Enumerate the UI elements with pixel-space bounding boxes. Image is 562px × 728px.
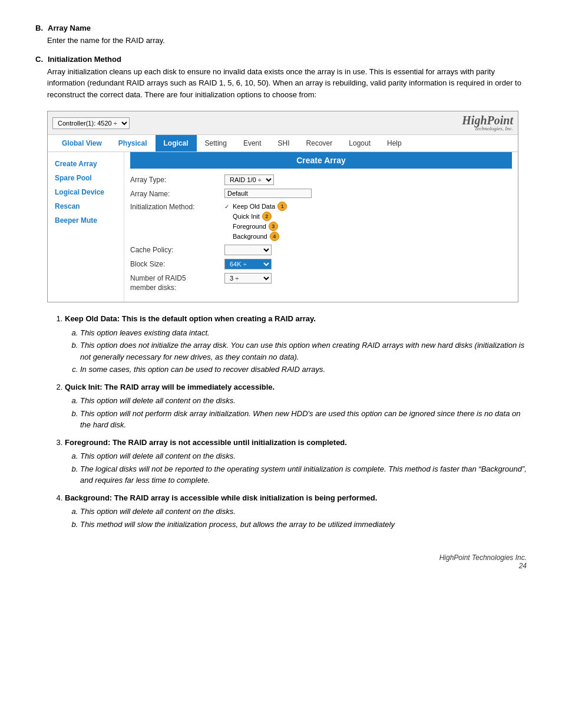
sidebar-create-array[interactable]: Create Array	[48, 157, 124, 171]
init-circle-2: 2	[262, 212, 272, 221]
nav-event[interactable]: Event	[235, 135, 270, 151]
ui-navbar: Global View Physical Logical Setting Eve…	[48, 135, 518, 152]
keep-old-label: Keep Old Data	[233, 203, 275, 210]
section-c-title: Initialization Method	[48, 55, 121, 64]
init-circle-4: 4	[270, 232, 279, 241]
section-b: B. Array Name Enter the name for the RAI…	[35, 24, 527, 47]
foreground-label: Foreground	[233, 223, 266, 230]
init-options-list: ✓ Keep Old Data 1 Quick Init 2	[224, 202, 287, 241]
form-row-num-disks: Number of RAID5member disks: 3 ÷	[130, 273, 512, 292]
ui-screenshot-box: Controller(1): 4520 ÷ HighPoint Technolo…	[47, 111, 518, 302]
list-item-4-alpha: This option will delete all content on t…	[80, 506, 527, 530]
cache-policy-label: Cache Policy:	[130, 245, 224, 254]
quick-init-check	[224, 213, 230, 220]
logo-main: HighPoint	[462, 114, 513, 126]
array-name-input[interactable]	[224, 189, 312, 198]
nav-global-view[interactable]: Global View	[54, 135, 110, 151]
num-disks-select[interactable]: 3 ÷	[224, 273, 272, 284]
list-item-3b: The logical disks will not be reported t…	[80, 463, 527, 486]
cache-policy-select[interactable]	[224, 245, 272, 255]
block-size-select[interactable]: 64K ÷	[224, 259, 272, 269]
sidebar-spare-pool[interactable]: Spare Pool	[48, 171, 124, 185]
section-b-title: Array Name	[48, 24, 91, 32]
list-item-3: Foreground: The RAID array is not access…	[65, 437, 527, 486]
nav-help[interactable]: Help	[379, 135, 410, 151]
page-footer: HighPoint Technologies Inc. 24	[35, 554, 527, 570]
list-item-4: Background: The RAID array is accessible…	[65, 492, 527, 531]
page-number: 24	[35, 562, 527, 570]
array-type-value: RAID 1/0 ÷	[224, 174, 274, 185]
block-size-label: Block Size:	[130, 259, 224, 268]
keep-old-check: ✓	[224, 203, 230, 210]
block-size-value: 64K ÷	[224, 259, 272, 269]
section-b-body: Enter the name for the RAID array.	[47, 35, 527, 47]
background-check	[224, 233, 230, 240]
list-item-2: Quick Init: The RAID array will be immed…	[65, 381, 527, 431]
ui-main-panel: Create Array Array Type: RAID 1/0 ÷ Arra…	[124, 152, 518, 302]
list-item-1b: This option does not initialize the arra…	[80, 340, 527, 363]
nav-shi[interactable]: SHI	[270, 135, 298, 151]
array-type-label: Array Type:	[130, 174, 224, 184]
list-item-3-title: Foreground: The RAID array is not access…	[65, 438, 347, 447]
logo-sub: Technologies, Inc.	[462, 126, 513, 131]
highpoint-logo: HighPoint Technologies, Inc.	[462, 114, 513, 131]
foreground-check	[224, 223, 230, 230]
array-name-label: Array Name:	[130, 189, 224, 198]
array-type-select[interactable]: RAID 1/0 ÷	[224, 174, 274, 185]
list-item-1c: In some cases, this option can be used t…	[80, 364, 527, 375]
ui-sidebar: Create Array Spare Pool Logical Device R…	[48, 152, 124, 302]
background-label: Background	[233, 233, 267, 240]
list-item-1-alpha: This option leaves existing data intact.…	[80, 327, 527, 375]
list-item-1: Keep Old Data: This is the default optio…	[65, 313, 527, 375]
controller-select[interactable]: Controller(1): 4520 ÷	[52, 117, 130, 129]
list-item-1-title: Keep Old Data: This is the default optio…	[65, 314, 316, 323]
quick-init-label: Quick Init	[233, 213, 260, 220]
list-item-4a: This option will delete all content on t…	[80, 506, 527, 518]
section-c-letter: C.	[35, 55, 43, 64]
nav-recover[interactable]: Recover	[298, 135, 341, 151]
form-row-array-type: Array Type: RAID 1/0 ÷	[130, 174, 512, 185]
section-c: C. Initialization Method Array initializ…	[35, 55, 527, 531]
init-circle-1: 1	[277, 202, 287, 211]
footer-company: HighPoint Technologies Inc.	[35, 554, 527, 562]
ui-topbar: Controller(1): 4520 ÷ HighPoint Technolo…	[48, 111, 518, 135]
nav-logical[interactable]: Logical	[156, 135, 197, 151]
section-c-intro: Array initialization cleans up each disk…	[47, 66, 527, 101]
form-row-cache-policy: Cache Policy:	[130, 245, 512, 255]
num-disks-label: Number of RAID5member disks:	[130, 273, 224, 292]
init-method-label: Initialization Method:	[130, 202, 224, 211]
cache-policy-value	[224, 245, 272, 255]
sidebar-rescan[interactable]: Rescan	[48, 199, 124, 213]
list-item-2-title: Quick Init: The RAID array will be immed…	[65, 383, 275, 391]
list-item-4b: This method will slow the initialization…	[80, 519, 527, 531]
num-disks-value: 3 ÷	[224, 273, 272, 284]
list-item-2-alpha: This option will delete all content on t…	[80, 395, 527, 431]
nav-logout[interactable]: Logout	[340, 135, 379, 151]
form-row-block-size: Block Size: 64K ÷	[130, 259, 512, 269]
init-circle-3: 3	[269, 222, 278, 231]
list-item-1a: This option leaves existing data intact.	[80, 327, 527, 339]
init-option-background: Background 4	[224, 232, 287, 241]
init-option-keep-old: ✓ Keep Old Data 1	[224, 202, 287, 211]
nav-physical[interactable]: Physical	[110, 135, 156, 151]
init-method-options: ✓ Keep Old Data 1 Quick Init 2	[224, 202, 287, 241]
list-item-3a: This option will delete all content on t…	[80, 450, 527, 462]
main-numbered-list: Keep Old Data: This is the default optio…	[65, 313, 527, 530]
main-panel-header: Create Array	[130, 152, 512, 169]
list-item-3-alpha: This option will delete all content on t…	[80, 450, 527, 486]
nav-setting[interactable]: Setting	[197, 135, 235, 151]
sidebar-beeper-mute[interactable]: Beeper Mute	[48, 213, 124, 228]
init-option-quick-init: Quick Init 2	[224, 212, 287, 221]
form-row-array-name: Array Name:	[130, 189, 512, 198]
init-option-foreground: Foreground 3	[224, 222, 287, 231]
list-item-4-title: Background: The RAID array is accessible…	[65, 493, 377, 502]
sidebar-logical-device[interactable]: Logical Device	[48, 185, 124, 199]
list-item-2a: This option will delete all content on t…	[80, 395, 527, 407]
list-item-2b: This option will not perform disk array …	[80, 408, 527, 431]
section-b-letter: B.	[35, 24, 43, 32]
ui-content-area: Create Array Spare Pool Logical Device R…	[48, 152, 518, 302]
form-row-init-method: Initialization Method: ✓ Keep Old Data 1	[130, 202, 512, 241]
array-name-value	[224, 189, 312, 198]
